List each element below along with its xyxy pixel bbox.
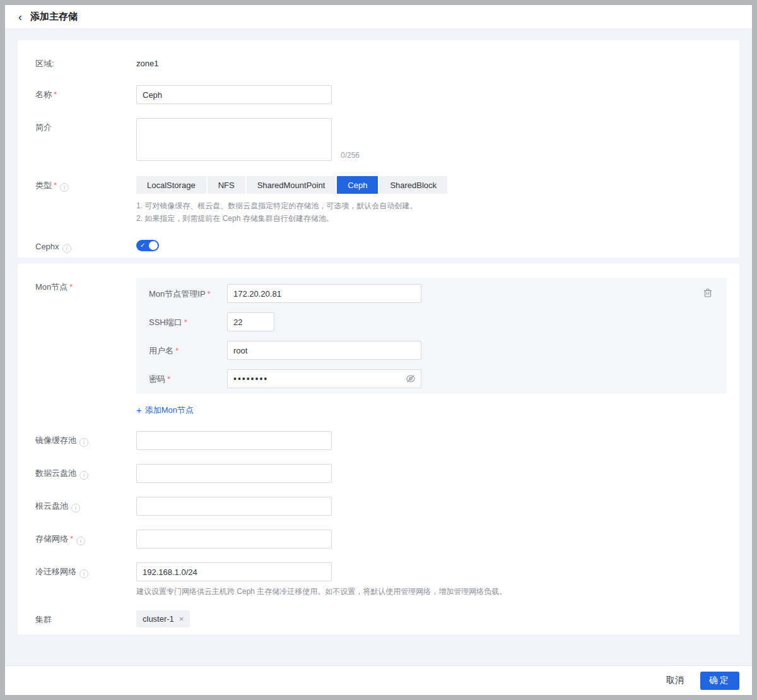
image-cache-pool-label: 镜像缓存池	[35, 431, 136, 447]
basic-info-card: 区域: zone1 名称* 简介 0/256	[18, 40, 739, 258]
type-label: 类型*	[35, 176, 136, 192]
root-volume-pool-input[interactable]	[136, 497, 332, 516]
description-row: 简介 0/256	[35, 118, 727, 161]
name-input[interactable]	[136, 85, 332, 104]
info-icon	[71, 504, 80, 513]
zone-value: zone1	[136, 54, 727, 68]
root-volume-pool-label: 根云盘池	[35, 497, 136, 513]
mon-ip-input[interactable]	[227, 284, 421, 303]
tab-sharedmountpoint[interactable]: SharedMountPoint	[247, 176, 336, 194]
storage-network-input[interactable]	[136, 530, 332, 549]
cancel-button[interactable]: 取消	[666, 675, 684, 686]
name-label: 名称*	[35, 85, 136, 100]
migration-network-hint: 建议设置专门网络供云主机跨 Ceph 主存储冷迁移使用。如不设置，将默认使用管理…	[136, 586, 727, 596]
required-asterisk: *	[167, 374, 170, 384]
mon-node-panel: Mon节点管理IP* SSH端口* 用户名* 密码*	[136, 278, 727, 394]
mon-config-card: Mon节点* Mon节点管理IP* SSH端口* 用户名*	[18, 264, 739, 634]
cephx-row: Cephx	[35, 237, 727, 253]
cluster-tag: cluster-1	[136, 610, 190, 627]
mon-ip-row: Mon节点管理IP*	[149, 284, 714, 303]
cephx-toggle[interactable]	[136, 240, 159, 251]
mon-node-label: Mon节点*	[35, 278, 136, 292]
mon-ip-label: Mon节点管理IP*	[149, 284, 227, 300]
back-chevron-icon[interactable]	[15, 11, 25, 23]
info-icon	[79, 471, 88, 480]
required-asterisk: *	[184, 317, 187, 327]
ssh-port-label: SSH端口*	[149, 312, 227, 328]
data-volume-pool-row: 数据云盘池	[35, 464, 727, 483]
tab-sharedblock[interactable]: SharedBlock	[379, 176, 447, 194]
required-asterisk: *	[54, 90, 57, 99]
tab-nfs[interactable]: NFS	[208, 176, 245, 194]
storage-type-tabs: LocalStorage NFS SharedMountPoint Ceph S…	[136, 176, 447, 194]
type-row: 类型* LocalStorage NFS SharedMountPoint Ce…	[35, 176, 727, 225]
footer-bar: 取消 确定	[5, 665, 752, 695]
image-cache-pool-input[interactable]	[136, 431, 332, 450]
mon-node-row: Mon节点* Mon节点管理IP* SSH端口* 用户名*	[35, 278, 727, 431]
zone-row: 区域: zone1	[35, 54, 727, 69]
zone-label: 区域:	[35, 54, 136, 69]
check-icon	[140, 240, 145, 251]
info-icon	[79, 438, 88, 447]
name-row: 名称*	[35, 85, 727, 104]
migration-network-input[interactable]	[136, 562, 332, 581]
page-title: 添加主存储	[30, 11, 78, 23]
toggle-knob	[149, 241, 158, 250]
add-primary-storage-page: 添加主存储 区域: zone1 名称* 简介	[0, 0, 757, 700]
storage-network-label: 存储网络*	[35, 530, 136, 545]
data-volume-pool-input[interactable]	[136, 464, 332, 483]
tab-ceph[interactable]: Ceph	[337, 176, 378, 194]
page-header: 添加主存储	[5, 5, 752, 29]
storage-network-row: 存储网络*	[35, 530, 727, 549]
description-textarea[interactable]	[136, 118, 332, 161]
ssh-port-row: SSH端口*	[149, 312, 714, 331]
username-row: 用户名*	[149, 341, 714, 360]
required-asterisk: *	[175, 346, 179, 355]
migration-network-row: 冷迁移网络 建议设置专门网络供云主机跨 Ceph 主存储冷迁移使用。如不设置，将…	[35, 562, 727, 596]
cephx-label: Cephx	[35, 237, 136, 253]
info-icon	[60, 183, 69, 192]
char-counter: 0/256	[341, 151, 360, 160]
description-label: 简介	[35, 118, 136, 133]
required-asterisk: *	[208, 289, 211, 299]
plus-icon	[136, 405, 142, 415]
password-row: 密码*	[149, 369, 714, 388]
add-mon-node-link[interactable]: 添加Mon节点	[136, 405, 194, 416]
cluster-label: 集群	[35, 610, 136, 625]
required-asterisk: *	[69, 282, 73, 292]
required-asterisk: *	[54, 181, 57, 190]
info-icon	[79, 569, 88, 578]
info-icon	[76, 537, 85, 545]
required-asterisk: *	[70, 534, 73, 543]
confirm-button[interactable]: 确定	[700, 672, 739, 690]
type-hint-1: 1. 可对镜像缓存、根云盘、数据云盘指定特定的存储池，可选项，默认会自动创建。	[136, 199, 727, 212]
password-label: 密码*	[149, 369, 227, 385]
username-input[interactable]	[227, 341, 421, 360]
password-visibility-icon[interactable]	[406, 374, 416, 384]
ssh-port-input[interactable]	[227, 312, 274, 331]
migration-network-label: 冷迁移网络	[35, 562, 136, 578]
type-hints: 1. 可对镜像缓存、根云盘、数据云盘指定特定的存储池，可选项，默认会自动创建。 …	[136, 199, 727, 225]
data-volume-pool-label: 数据云盘池	[35, 464, 136, 480]
cluster-row: 集群 cluster-1	[35, 610, 727, 627]
remove-cluster-icon[interactable]	[179, 615, 184, 623]
delete-mon-node-icon[interactable]	[703, 288, 713, 298]
root-volume-pool-row: 根云盘池	[35, 497, 727, 516]
type-hint-2: 2. 如果指定，则需提前在 Ceph 存储集群自行创建存储池。	[136, 212, 727, 225]
info-icon	[62, 244, 71, 253]
password-input[interactable]	[227, 369, 421, 388]
image-cache-pool-row: 镜像缓存池	[35, 431, 727, 450]
tab-localstorage[interactable]: LocalStorage	[136, 176, 206, 194]
cluster-tag-text: cluster-1	[143, 614, 174, 624]
username-label: 用户名*	[149, 341, 227, 357]
form-body: 区域: zone1 名称* 简介 0/256	[5, 29, 752, 665]
